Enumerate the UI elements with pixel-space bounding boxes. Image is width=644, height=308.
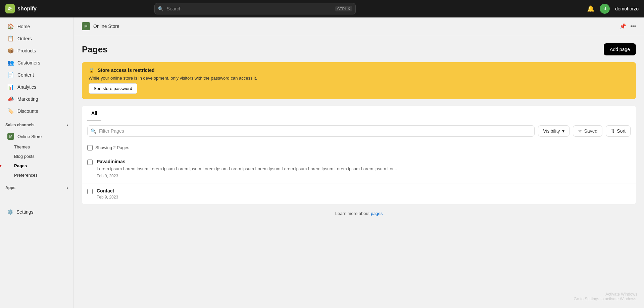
- page-date-pavadinimas: Feb 9, 2023: [97, 174, 631, 178]
- search-bar-wrapper: 🔍 CTRL K: [154, 3, 356, 14]
- warning-description: While your online store is in developmen…: [89, 76, 629, 81]
- sidebar-sub-pages-label: Pages: [14, 163, 27, 168]
- warning-lock-icon: 🔒: [89, 68, 94, 73]
- sort-button[interactable]: ⇅ Sort: [606, 125, 631, 137]
- saved-star-icon: ☆: [578, 128, 582, 134]
- sidebar-sub-item-themes[interactable]: Themes: [2, 142, 71, 151]
- sidebar-item-marketing-label: Marketing: [17, 96, 38, 102]
- sidebar-sub-item-pages[interactable]: Pages: [2, 161, 71, 170]
- sidebar-item-marketing[interactable]: 📣 Marketing: [2, 93, 71, 105]
- filter-search-icon: 🔍: [91, 128, 96, 134]
- page-name-contact: Contact: [97, 188, 631, 193]
- sidebar-item-content-label: Content: [17, 72, 34, 78]
- user-name: demohorzo: [615, 6, 639, 11]
- page-row-top-pavadinimas: Pavadinimas Lorem ipsum Lorem ipsum Lore…: [87, 159, 631, 178]
- sidebar-item-discounts[interactable]: 🏷️ Discounts: [2, 105, 71, 117]
- apps-header: Apps ›: [0, 182, 73, 193]
- sales-channels-label: Sales channels: [5, 123, 35, 127]
- learn-more-text: Learn more about: [335, 211, 371, 216]
- showing-label: Showing 2 Pages: [95, 145, 129, 150]
- sidebar-sub-blog-posts-label: Blog posts: [14, 154, 35, 159]
- page-date-contact: Feb 9, 2023: [97, 195, 631, 200]
- select-all-checkbox[interactable]: [87, 145, 93, 150]
- store-header-icon: M: [82, 22, 90, 30]
- sidebar-item-analytics[interactable]: 📊 Analytics: [2, 81, 71, 93]
- page-row-info-pavadinimas: Pavadinimas Lorem ipsum Lorem ipsum Lore…: [97, 159, 631, 178]
- visibility-label: Visibility: [543, 128, 560, 134]
- shopify-logo: 🛍 shopify: [5, 4, 37, 13]
- tab-all-label: All: [91, 111, 97, 116]
- pages-content: Pages Add page 🔒 Store access is restric…: [74, 35, 644, 231]
- marketing-icon: 📣: [7, 96, 14, 102]
- page-title-row: Pages Add page: [82, 43, 636, 55]
- sidebar-item-analytics-label: Analytics: [17, 84, 36, 90]
- avatar[interactable]: d: [600, 4, 610, 14]
- shopify-bag-icon: 🛍: [5, 4, 15, 13]
- sales-channels-header: Sales channels ›: [0, 120, 73, 130]
- table-row[interactable]: Pavadinimas Lorem ipsum Lorem ipsum Lore…: [82, 154, 636, 183]
- sidebar-sub-preferences-label: Preferences: [14, 173, 38, 178]
- store-header-title: Online Store: [93, 24, 119, 29]
- sidebar-item-orders[interactable]: 📋 Orders: [2, 33, 71, 44]
- learn-more: Learn more about pages: [82, 204, 636, 223]
- discounts-icon: 🏷️: [7, 108, 14, 114]
- orders-icon: 📋: [7, 35, 14, 42]
- table-row[interactable]: Contact Feb 9, 2023: [82, 183, 636, 204]
- sidebar-item-orders-label: Orders: [17, 36, 32, 41]
- arrow-svg: [0, 163, 2, 169]
- shopify-logo-text: shopify: [17, 6, 37, 12]
- warning-title-text: Store access is restricted: [98, 68, 155, 73]
- sidebar-sub-item-blog-posts[interactable]: Blog posts: [2, 152, 71, 161]
- add-page-button[interactable]: Add page: [604, 43, 636, 55]
- content-icon: 📄: [7, 72, 14, 78]
- tab-all[interactable]: All: [87, 106, 101, 121]
- online-store-icon: M: [7, 133, 14, 140]
- visibility-chevron-icon: ▾: [562, 128, 564, 134]
- search-icon: 🔍: [158, 6, 163, 11]
- page-title: Pages: [82, 44, 108, 55]
- row-checkbox-contact[interactable]: [87, 189, 93, 194]
- search-input[interactable]: [154, 3, 356, 14]
- page-row-info-contact: Contact Feb 9, 2023: [97, 188, 631, 200]
- sidebar-item-settings[interactable]: ⚙️ Settings: [2, 207, 71, 217]
- store-header-bar: M Online Store 📌 •••: [74, 17, 644, 35]
- settings-icon: ⚙️: [7, 209, 13, 215]
- learn-more-link[interactable]: pages: [371, 211, 383, 216]
- tabs-bar: All: [82, 106, 636, 121]
- apps-expand-icon[interactable]: ›: [66, 185, 68, 190]
- table-header-row: Showing 2 Pages: [82, 141, 636, 154]
- sales-channels-expand-icon[interactable]: ›: [66, 122, 68, 128]
- products-icon: 📦: [7, 47, 14, 54]
- sidebar-sub-item-preferences[interactable]: Preferences: [2, 171, 71, 180]
- topbar: 🛍 shopify 🔍 CTRL K 🔔 d demohorzo: [0, 0, 644, 17]
- sidebar: 🏠 Home 📋 Orders 📦 Products 👥 Customers 📄…: [0, 17, 74, 308]
- online-store-label: Online Store: [17, 134, 42, 139]
- more-actions-icon[interactable]: •••: [630, 23, 636, 29]
- sidebar-item-home[interactable]: 🏠 Home: [2, 20, 71, 32]
- sidebar-item-online-store[interactable]: M Online Store: [2, 131, 71, 142]
- visibility-button[interactable]: Visibility ▾: [538, 125, 569, 137]
- row-checkbox-pavadinimas[interactable]: [87, 160, 93, 165]
- filter-pages-input[interactable]: [87, 125, 535, 137]
- sidebar-item-discounts-label: Discounts: [17, 108, 38, 114]
- sidebar-item-customers[interactable]: 👥 Customers: [2, 57, 71, 69]
- home-icon: 🏠: [7, 23, 14, 30]
- see-store-password-button[interactable]: See store password: [89, 83, 137, 94]
- sidebar-item-content[interactable]: 📄 Content: [2, 69, 71, 81]
- search-shortcut: CTRL K: [335, 6, 352, 11]
- main-content: M Online Store 📌 ••• Pages Add page 🔒 St…: [74, 17, 644, 308]
- sidebar-item-products[interactable]: 📦 Products: [2, 45, 71, 56]
- page-excerpt-pavadinimas: Lorem ipsum Lorem ipsum Lorem ipsum Lore…: [97, 166, 631, 172]
- sidebar-item-products-label: Products: [17, 48, 36, 53]
- page-row-top-contact: Contact Feb 9, 2023: [87, 188, 631, 200]
- store-header-actions: 📌 •••: [620, 23, 636, 30]
- filter-input-wrap: 🔍: [87, 125, 535, 137]
- pages-table-card: All 🔍 Visibility ▾ ☆ Saved: [82, 106, 636, 204]
- pages-table: Pavadinimas Lorem ipsum Lorem ipsum Lore…: [82, 154, 636, 204]
- saved-button[interactable]: ☆ Saved: [573, 125, 603, 137]
- pin-icon[interactable]: 📌: [620, 23, 626, 30]
- app-body: 🏠 Home 📋 Orders 📦 Products 👥 Customers 📄…: [0, 17, 644, 308]
- notification-bell-icon[interactable]: 🔔: [587, 5, 594, 12]
- store-header-left: M Online Store: [82, 22, 119, 30]
- sort-arrows-icon: ⇅: [611, 128, 615, 134]
